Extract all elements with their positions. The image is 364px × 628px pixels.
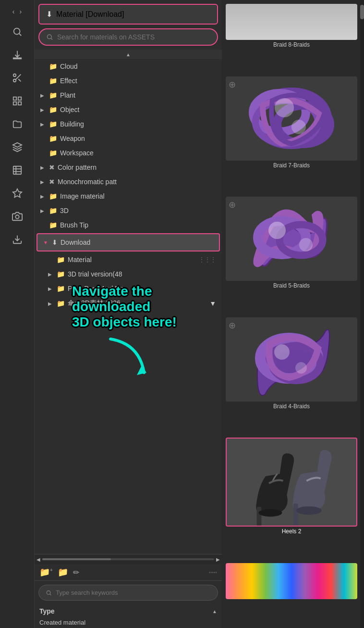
nav-forward-button[interactable]: ›	[18, 6, 24, 17]
tree-item-3d-label: 3D	[60, 207, 69, 214]
folder-action2-icon[interactable]: 📁	[58, 567, 68, 578]
folder-sidebar-icon[interactable]	[7, 113, 28, 135]
svg-line-18	[51, 38, 52, 40]
created-material-item[interactable]: Created material	[35, 617, 222, 628]
star-color-icon: ✖	[49, 163, 55, 171]
tree-item-mono-pattern[interactable]: ▶ ✖ Monochromatic patt	[35, 175, 222, 189]
assets-search-bar[interactable]	[38, 28, 218, 46]
heels-svg	[227, 439, 356, 526]
braid5-cross-icon: ⊕	[229, 200, 236, 210]
svg-line-1	[19, 34, 21, 36]
star-mono-icon: ✖	[49, 178, 55, 186]
horiz-scroll-right[interactable]: ▶	[216, 557, 220, 562]
no-chevron	[40, 64, 46, 69]
tree-item-workspace[interactable]: 📁 Workspace	[35, 146, 222, 160]
svg-point-27	[291, 120, 306, 134]
tree-item-umbrella-label: 傘の3D素材-1826	[68, 299, 121, 308]
tree-item-color-pattern[interactable]: ▶ ✖ Color pattern	[35, 160, 222, 175]
svg-rect-7	[18, 97, 21, 100]
tree-item-plant-label: Plant	[60, 91, 75, 99]
material-label-braid5: Braid 5-Braids	[226, 281, 357, 292]
svg-point-31	[299, 238, 313, 251]
grid-sidebar-icon[interactable]	[7, 90, 28, 112]
braid5-svg	[226, 197, 357, 281]
tree-item-download-label: Download	[61, 239, 90, 246]
type-scroll-up[interactable]: ▲	[212, 609, 217, 614]
tree-item-mono-label: Monochromatic patt	[58, 178, 117, 186]
add-folder-icon[interactable]: 📁+	[39, 567, 53, 578]
svg-point-15	[15, 215, 19, 218]
nav-back-button[interactable]: ‹	[11, 6, 17, 17]
folder-workspace-icon: 📁	[49, 149, 57, 157]
tree-item-weapon-label: Weapon	[60, 135, 85, 142]
folder-building-icon: 📁	[49, 120, 57, 128]
tree-item-building-label: Building	[60, 120, 84, 128]
material-item-braid5[interactable]: ⊕ Braid 5-Braids	[226, 197, 357, 315]
folder-3d-icon: 📁	[49, 207, 57, 214]
tree-item-pixel-label: Pixel Pens And Bru	[68, 285, 125, 292]
tree-item-cloud-label: Cloud	[60, 63, 78, 70]
svg-point-39	[296, 506, 322, 515]
assets-search-input[interactable]	[57, 33, 210, 41]
braid4-svg	[226, 317, 357, 402]
material-item-heels[interactable]: Heels 2	[226, 438, 357, 561]
horiz-scroll-left[interactable]: ◀	[36, 557, 40, 562]
table-sidebar-icon[interactable]	[7, 160, 28, 181]
star-sidebar-icon[interactable]	[7, 183, 28, 204]
svg-line-20	[50, 594, 51, 595]
edit-folder-icon[interactable]: ✏	[73, 568, 79, 577]
svg-rect-10	[13, 166, 21, 175]
material-label-braid8: Braid 8-Braids	[226, 40, 357, 51]
content-panel: Braid 8-Braids ⊕	[222, 0, 364, 628]
search-bar-icon	[46, 33, 53, 41]
tree-item-pixel-pens[interactable]: ▶ 📁 Pixel Pens And Bru	[35, 281, 222, 296]
scissors-sidebar-icon[interactable]	[7, 67, 28, 88]
tree-item-material-label: Material	[68, 256, 92, 264]
folder-cloud-icon: 📁	[49, 63, 57, 70]
tree-item-material[interactable]: 📁 Material ⋮⋮⋮	[35, 252, 222, 267]
tree-item-effect[interactable]: 📁 Effect	[35, 74, 222, 88]
tree-item-brushtip[interactable]: 📁 Brush Tip	[35, 218, 222, 232]
tree-item-cloud[interactable]: 📁 Cloud	[35, 59, 222, 74]
tree-item-3d-trial[interactable]: ▶ 📁 3D trial version(48	[35, 267, 222, 281]
material-item-braid8[interactable]: Braid 8-Braids	[226, 4, 357, 75]
tree-item-umbrella[interactable]: ▶ 📁 傘の3D素材-1826 ▼	[35, 296, 222, 311]
folder-material-icon: 📁	[57, 256, 65, 264]
svg-point-0	[13, 28, 20, 35]
braid7-cross-icon: ⊕	[229, 79, 236, 90]
tree-item-download[interactable]: ▼ ⬇ Download	[36, 233, 220, 251]
keyword-search-input[interactable]	[56, 589, 211, 596]
tree-item-building[interactable]: ▶ 📁 Building	[35, 117, 222, 131]
material-item-braid7[interactable]: ⊕ Braid 7-Braids	[226, 76, 357, 195]
tree-item-plant[interactable]: ▶ 📁 Plant	[35, 88, 222, 102]
tree-bottom: ◀ ▶ 📁+ 📁 ✏ •••••	[35, 554, 222, 580]
download-sidebar-icon[interactable]	[7, 44, 28, 65]
svg-point-34	[274, 344, 290, 360]
tree-item-object[interactable]: ▶ 📁 Object	[35, 102, 222, 117]
material-download-header[interactable]: ⬇ Material [Download]	[38, 4, 218, 25]
cube-sidebar-icon[interactable]	[7, 137, 28, 158]
braid7-svg	[226, 76, 357, 161]
folder-weapon-icon: 📁	[49, 135, 57, 142]
camera-sidebar-icon[interactable]	[7, 206, 28, 227]
tree-item-3d[interactable]: ▶ 📁 3D	[35, 203, 222, 218]
download-header-icon: ⬇	[46, 10, 52, 19]
folder-pixel-icon: 📁	[57, 285, 65, 292]
tree-panel: ⬇ Material [Download] ▲ 📁 Cloud 📁 Effect	[35, 0, 222, 628]
main-panel: ⬇ Material [Download] ▲ 📁 Cloud 📁 Effect	[35, 0, 364, 628]
material-item-colorstrip[interactable]	[226, 563, 357, 623]
tree-item-weapon[interactable]: 📁 Weapon	[35, 131, 222, 146]
svg-rect-38	[293, 503, 298, 526]
download2-sidebar-icon[interactable]	[7, 229, 28, 250]
tree-item-image-material[interactable]: ▶ 📁 Image material	[35, 189, 222, 203]
tree-scroll-up[interactable]: ▲	[35, 50, 222, 59]
horiz-scroll: ◀ ▶	[35, 554, 222, 564]
tree-item-workspace-label: Workspace	[60, 149, 94, 157]
bottom-search-bar[interactable]	[38, 585, 218, 601]
svg-line-5	[18, 79, 21, 81]
search-sidebar-icon[interactable]	[7, 21, 28, 42]
svg-point-37	[259, 509, 282, 517]
tree-item-brushtip-label: Brush Tip	[60, 221, 88, 229]
material-item-braid4[interactable]: ⊕ Braid 4-Braids	[226, 317, 357, 436]
created-material-label: Created material	[39, 619, 85, 626]
